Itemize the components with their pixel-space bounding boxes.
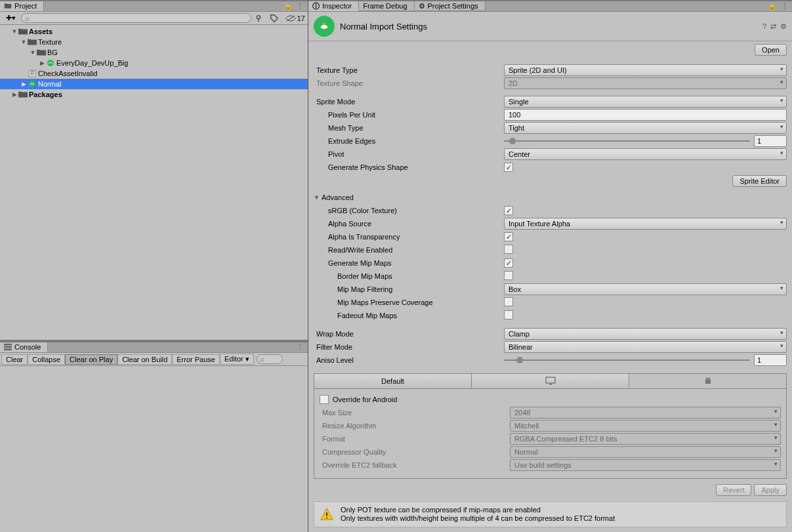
- clear-on-build-button[interactable]: Clear on Build: [117, 354, 172, 365]
- svg-point-0: [257, 15, 260, 18]
- filter-by-type-button[interactable]: [254, 14, 267, 23]
- genmip-label: Generate Mip Maps: [314, 259, 504, 267]
- gen-physics-checkbox[interactable]: [504, 163, 513, 172]
- mipfilter-dropdown[interactable]: Box: [504, 283, 787, 295]
- dot-filter-icon: [254, 14, 263, 23]
- srgb-checkbox[interactable]: [504, 206, 513, 215]
- warning-line2: Only textures with width/height being mu…: [341, 514, 615, 523]
- advanced-foldout[interactable]: ▼Advanced: [314, 191, 787, 204]
- editor-dropdown[interactable]: Editor ▾: [220, 354, 254, 365]
- filter-by-label-button[interactable]: [270, 14, 283, 23]
- open-button[interactable]: Open: [755, 44, 787, 56]
- project-tab[interactable]: Project: [0, 1, 44, 11]
- alpha-source-label: Alpha Source: [314, 220, 504, 228]
- project-settings-tab-label: Project Settings: [428, 2, 478, 10]
- srgb-label: sRGB (Color Texture): [314, 207, 504, 215]
- lock-icon[interactable]: 🔓: [283, 2, 293, 10]
- fadeoutmip-checkbox[interactable]: [504, 310, 513, 319]
- filtermode-label: Filter Mode: [314, 343, 504, 351]
- filtermode-dropdown[interactable]: Bilinear: [504, 341, 787, 353]
- project-toolbar: ✚▾ ⌕ 17: [0, 12, 308, 25]
- alpha-trans-checkbox[interactable]: [504, 232, 513, 241]
- extrude-slider[interactable]: [504, 136, 750, 146]
- collapse-button[interactable]: Collapse: [28, 354, 65, 365]
- svg-rect-8: [4, 349, 12, 351]
- sprite-icon: [46, 59, 55, 67]
- inspector-tab[interactable]: ⓘ Inspector: [308, 1, 359, 11]
- preset-icon[interactable]: ⇄: [770, 22, 776, 31]
- override-android-label: Override for Android: [333, 396, 397, 403]
- bordermip-label: Border Mip Maps: [314, 272, 504, 280]
- gear-icon: ⚙: [419, 2, 425, 10]
- tree-label: EveryDay_DevUp_Big: [56, 59, 128, 67]
- context-menu-icon[interactable]: ⋮: [781, 2, 788, 10]
- tree-label: Texture: [38, 38, 62, 46]
- ppu-input[interactable]: 100: [504, 109, 787, 121]
- info-icon: ⓘ: [312, 1, 320, 11]
- tree-checkasset[interactable]: # CheckAssetInvalid: [0, 68, 308, 79]
- error-pause-button[interactable]: Error Pause: [172, 354, 220, 365]
- platform-default-tab[interactable]: Default: [314, 374, 472, 388]
- lock-icon[interactable]: 🔓: [768, 2, 777, 10]
- readwrite-checkbox[interactable]: [504, 245, 513, 254]
- tree-label: CheckAssetInvalid: [38, 70, 98, 77]
- etc2-dropdown: Use build settings: [510, 459, 781, 471]
- texture-type-dropdown[interactable]: Sprite (2D and UI): [504, 64, 787, 76]
- sprite-mode-dropdown[interactable]: Single: [504, 96, 787, 108]
- create-button[interactable]: ✚▾: [3, 14, 18, 22]
- gear-icon[interactable]: ⚙: [780, 22, 787, 31]
- mippreserve-checkbox[interactable]: [504, 297, 513, 306]
- project-search-input[interactable]: ⌕: [21, 13, 251, 23]
- genmip-checkbox[interactable]: [504, 258, 513, 268]
- bordermip-checkbox[interactable]: [504, 271, 513, 280]
- extrude-value[interactable]: 1: [754, 135, 787, 147]
- console-tab-bar: Console ⋮: [0, 341, 308, 353]
- platform-android-tab[interactable]: [629, 374, 786, 388]
- context-menu-icon[interactable]: ⋮: [297, 2, 304, 10]
- sprite-editor-button[interactable]: Sprite Editor: [732, 175, 787, 187]
- svg-point-11: [706, 379, 707, 380]
- hidden-count[interactable]: 17: [285, 14, 305, 22]
- clear-button[interactable]: Clear: [1, 354, 28, 365]
- pivot-dropdown[interactable]: Center: [504, 148, 787, 160]
- aniso-value[interactable]: 1: [754, 354, 787, 366]
- svg-point-12: [709, 379, 710, 380]
- wrap-dropdown[interactable]: Clamp: [504, 328, 787, 340]
- warning-line1: Only POT texture can be compressed if mi…: [341, 506, 615, 514]
- tree-texture[interactable]: ▼ Texture: [0, 37, 308, 47]
- tree-bg[interactable]: ▼ BG: [0, 47, 308, 58]
- aniso-slider[interactable]: [504, 356, 750, 365]
- svg-rect-15: [326, 512, 327, 516]
- folder-icon: [18, 28, 28, 35]
- tree-assets[interactable]: ▼ Assets: [0, 26, 308, 37]
- tree-everyday[interactable]: ▶ EveryDay_DevUp_Big: [0, 58, 308, 68]
- console-tab[interactable]: Console: [0, 342, 48, 352]
- platform-standalone-tab[interactable]: [472, 374, 629, 388]
- context-menu-icon[interactable]: ⋮: [297, 343, 304, 352]
- project-settings-tab[interactable]: ⚙ Project Settings: [415, 1, 486, 11]
- frame-debug-tab[interactable]: Frame Debug: [359, 1, 414, 11]
- svg-point-9: [323, 23, 325, 26]
- eye-off-icon: [285, 14, 296, 22]
- override-android-checkbox[interactable]: [320, 395, 329, 404]
- inspector-tab-label: Inspector: [322, 2, 352, 10]
- mesh-type-dropdown[interactable]: Tight: [504, 122, 787, 134]
- help-icon[interactable]: ?: [762, 22, 766, 31]
- texture-type-label: Texture Type: [314, 66, 504, 74]
- texture-shape-label: Texture Shape: [314, 79, 504, 87]
- script-icon: #: [28, 70, 37, 77]
- inspector-title: Normal Import Settings: [340, 22, 762, 31]
- apply-button[interactable]: Apply: [754, 484, 787, 496]
- extrude-label: Extrude Edges: [314, 137, 504, 145]
- tree-normal[interactable]: ▶ Normal: [0, 79, 308, 89]
- clear-on-play-button[interactable]: Clear on Play: [65, 354, 117, 365]
- console-search-input[interactable]: ⌕: [257, 354, 283, 364]
- console-icon: [4, 343, 12, 351]
- tag-icon: [270, 14, 279, 23]
- alpha-source-dropdown[interactable]: Input Texture Alpha: [504, 218, 787, 230]
- revert-button[interactable]: Revert: [716, 484, 751, 496]
- mipfilter-label: Mip Map Filtering: [314, 285, 504, 293]
- advanced-label: Advanced: [322, 194, 354, 201]
- tree-packages[interactable]: ▶ Packages: [0, 89, 308, 100]
- search-icon: ⌕: [260, 355, 264, 363]
